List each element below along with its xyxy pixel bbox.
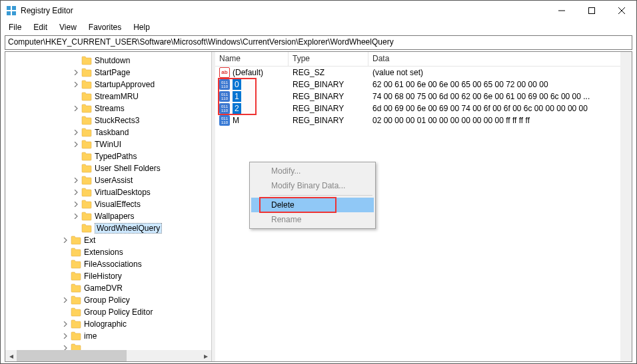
tree-item[interactable]: ime — [5, 330, 211, 342]
list-vscrollbar[interactable] — [620, 52, 632, 361]
tree-item[interactable]: VirtualDesktops — [5, 186, 211, 198]
expander-icon[interactable] — [61, 320, 69, 328]
expander-icon[interactable] — [72, 140, 80, 148]
tree-item[interactable] — [5, 342, 211, 350]
tree-label: TypedPaths — [95, 152, 137, 161]
minimize-button[interactable] — [546, 1, 576, 21]
tree-label: UserAssist — [95, 176, 133, 185]
tree-item[interactable]: TypedPaths — [5, 150, 211, 162]
menu-item-rename: Rename — [251, 212, 374, 227]
expander-icon[interactable] — [72, 69, 80, 77]
expander-icon[interactable] — [72, 152, 80, 160]
tree-label: TWinUI — [95, 140, 121, 149]
tree-item[interactable]: FileAssociations — [5, 258, 211, 270]
tree-label: StreamMRU — [95, 92, 139, 101]
expander-icon[interactable] — [72, 128, 80, 136]
tree-item[interactable]: Holographic — [5, 318, 211, 330]
list-row[interactable]: 0111102REG_BINARY6d 00 69 00 6e 00 69 00… — [215, 102, 632, 114]
list-row[interactable]: 0111101REG_BINARY74 00 68 00 75 00 6d 00… — [215, 91, 632, 102]
expander-icon[interactable] — [72, 92, 80, 100]
expander-icon[interactable] — [72, 188, 80, 196]
menu-item-modify: Modify... — [251, 164, 374, 178]
expander-icon[interactable] — [72, 200, 80, 208]
expander-icon[interactable] — [72, 224, 80, 232]
tree-item[interactable]: Shutdown — [5, 55, 211, 67]
column-header-type[interactable]: Type — [289, 52, 368, 66]
list-row[interactable]: ab(Default)REG_SZ(value not set) — [215, 67, 632, 79]
column-header-name[interactable]: Name — [215, 52, 289, 66]
tree-item[interactable]: Group Policy Editor — [5, 306, 211, 318]
tree-label: Holographic — [84, 319, 127, 329]
binary-value-icon: 011110 — [219, 91, 230, 102]
binary-value-icon: 011110 — [219, 115, 230, 126]
tree-item[interactable]: GameDVR — [5, 282, 211, 294]
tree-item[interactable]: UserAssist — [5, 174, 211, 186]
main-area: ShutdownStartPageStartupApprovedStreamMR… — [5, 51, 632, 362]
menu-item-modify-binary-data: Modify Binary Data... — [251, 178, 374, 193]
scroll-left-icon[interactable]: ◂ — [5, 350, 17, 361]
window-controls — [546, 1, 636, 21]
scroll-track[interactable] — [17, 350, 200, 361]
tree-label: Group Policy Editor — [84, 307, 153, 317]
expander-icon[interactable] — [61, 332, 69, 340]
menu-file[interactable]: File — [3, 21, 27, 33]
menu-separator — [270, 195, 372, 196]
value-type: REG_SZ — [289, 67, 368, 78]
tree-item[interactable]: Streams — [5, 102, 211, 114]
scroll-right-icon[interactable]: ▸ — [200, 350, 211, 361]
expander-icon[interactable] — [72, 176, 80, 184]
expander-icon[interactable] — [61, 344, 69, 350]
tree-item[interactable]: StartPage — [5, 67, 211, 79]
scroll-thumb[interactable] — [17, 350, 127, 361]
close-button[interactable] — [606, 1, 636, 21]
tree-label: User Shell Folders — [95, 164, 161, 173]
tree-label: Shutdown — [95, 56, 130, 65]
expander-icon[interactable] — [72, 212, 80, 220]
list-row[interactable]: 011110MREG_BINARY02 00 00 00 01 00 00 00… — [215, 114, 632, 126]
value-type: REG_BINARY — [289, 79, 368, 90]
tree-label: Extensions — [84, 248, 123, 257]
tree-item[interactable]: Wallpapers — [5, 210, 211, 222]
menu-edit[interactable]: Edit — [28, 21, 53, 33]
menu-view[interactable]: View — [54, 21, 82, 33]
tree-item[interactable]: StuckRects3 — [5, 114, 211, 126]
expander-icon[interactable] — [61, 272, 69, 280]
expander-icon[interactable] — [72, 57, 80, 65]
expander-icon[interactable] — [61, 308, 69, 316]
svg-rect-5 — [588, 8, 594, 14]
tree-label: GameDVR — [84, 283, 123, 293]
tree-item[interactable]: WordWheelQuery — [5, 222, 211, 234]
context-menu: Modify...Modify Binary Data...DeleteRena… — [249, 162, 376, 229]
expander-icon[interactable] — [72, 81, 80, 89]
expander-icon[interactable] — [61, 296, 69, 304]
menu-favorites[interactable]: Favorites — [83, 21, 127, 33]
value-name: 1 — [233, 91, 241, 102]
tree-item[interactable]: StartupApproved — [5, 79, 211, 91]
expander-icon[interactable] — [61, 260, 69, 268]
tree-item[interactable]: User Shell Folders — [5, 162, 211, 174]
expander-icon[interactable] — [72, 116, 80, 124]
expander-icon[interactable] — [61, 248, 69, 256]
expander-icon[interactable] — [72, 164, 80, 172]
tree-item[interactable]: Group Policy — [5, 294, 211, 306]
tree-item[interactable]: TWinUI — [5, 138, 211, 150]
tree-item[interactable]: VisualEffects — [5, 198, 211, 210]
value-data: (value not set) — [368, 67, 632, 78]
expander-icon[interactable] — [61, 236, 69, 244]
maximize-button[interactable] — [576, 1, 606, 21]
tree-label: StuckRects3 — [95, 116, 139, 125]
tree-item[interactable]: Taskband — [5, 126, 211, 138]
expander-icon[interactable] — [61, 284, 69, 292]
list-row[interactable]: 0111100REG_BINARY62 00 61 00 6e 00 6e 00… — [215, 79, 632, 91]
menu-help[interactable]: Help — [128, 21, 155, 33]
tree-item[interactable]: Ext — [5, 234, 211, 246]
tree-item[interactable]: Extensions — [5, 246, 211, 258]
column-header-data[interactable]: Data — [368, 52, 632, 66]
tree-item[interactable]: StreamMRU — [5, 91, 211, 102]
tree-hscrollbar[interactable]: ◂ ▸ — [5, 350, 211, 361]
address-bar[interactable]: Computer\HKEY_CURRENT_USER\Software\Micr… — [5, 35, 632, 50]
expander-icon[interactable] — [72, 104, 80, 112]
tree-item[interactable]: FileHistory — [5, 270, 211, 282]
menu-item-delete[interactable]: Delete — [251, 198, 374, 212]
tree-label: Wallpapers — [95, 212, 135, 221]
